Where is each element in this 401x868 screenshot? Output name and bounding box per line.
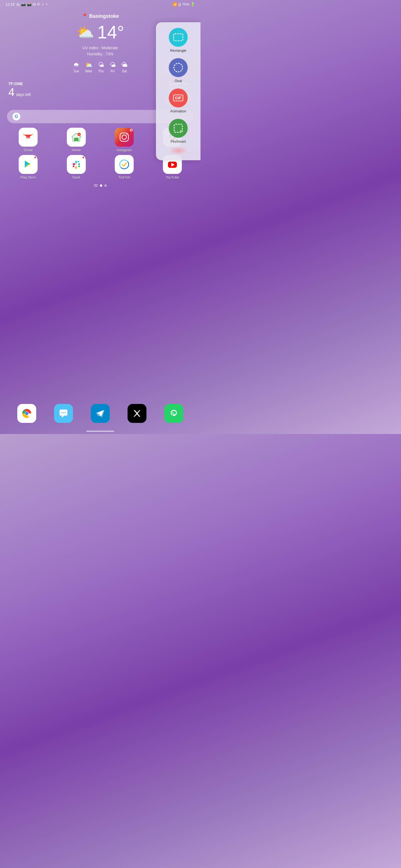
page-indicators — [0, 184, 200, 187]
svg-point-8 — [122, 135, 126, 140]
app-gmail[interactable]: M Gmail — [6, 128, 51, 152]
gmail-icon: M — [33, 2, 36, 6]
status-left: 12:16 ⁂ 📷 📸 M ✆ ✓ • — [6, 2, 47, 6]
animation-circle: GIF — [169, 89, 188, 107]
slack-label: Slack — [72, 176, 80, 180]
gmail-icon: M — [19, 128, 37, 147]
page-dot-inactive — [105, 184, 107, 187]
app-ticktick[interactable]: TickTick — [102, 155, 147, 180]
forecast-thu-icon: 🌤 — [98, 61, 104, 68]
pink-glow-decoration — [169, 146, 188, 155]
svg-point-9 — [126, 134, 127, 135]
svg-point-39 — [63, 412, 64, 413]
rectangle-circle — [169, 28, 188, 47]
wifi-icon: 📶 — [173, 2, 177, 6]
rectangle-shape-icon — [173, 33, 183, 41]
svg-rect-23 — [78, 161, 79, 162]
forecast-wed: ⛅ Wed — [85, 61, 92, 73]
location-pin-icon: 📍 — [82, 13, 88, 19]
forecast-tue-label: Tue — [73, 69, 79, 73]
forecast-fri: 🌤 Fri — [110, 61, 116, 73]
battery-display: 70% — [182, 2, 189, 6]
instagram-notification — [130, 129, 133, 132]
battery-icon: 🔋 — [191, 2, 195, 6]
forecast-wed-icon: ⛅ — [85, 61, 92, 68]
weather-location[interactable]: 📍 Basingstoke — [0, 13, 200, 19]
tf-days-count: 4 — [8, 86, 15, 98]
signal-icon: ||| — [178, 2, 181, 6]
panel-pin[interactable]: Pin/Insert — [169, 119, 188, 144]
dot-icon: • — [46, 2, 47, 6]
svg-rect-25 — [73, 165, 74, 167]
svg-text:+: + — [78, 133, 80, 136]
svg-rect-19 — [75, 161, 77, 163]
svg-rect-22 — [75, 166, 77, 169]
whatsapp-icon: ✆ — [37, 2, 40, 6]
slack-icon — [67, 155, 86, 174]
animation-label: Animation — [170, 109, 186, 113]
rectangle-label: Rectangle — [170, 49, 187, 53]
oval-label: Oval — [175, 79, 182, 83]
check-icon: ✓ — [41, 2, 45, 6]
playstore-notification — [34, 156, 36, 159]
panel-rectangle[interactable]: Rectangle — [169, 28, 188, 53]
instagram-icon: 📷 — [21, 2, 26, 6]
svg-text:M: M — [26, 134, 30, 140]
youtube-label: YouTube — [166, 176, 179, 180]
time-display: 12:16 — [6, 2, 15, 6]
ticktick-icon — [115, 155, 134, 174]
pin-shape-icon — [174, 124, 183, 133]
forecast-sat: 🌥 Sat — [121, 61, 127, 73]
hashtag-icon: ⁂ — [16, 2, 20, 6]
svg-rect-24 — [78, 165, 80, 167]
slack-notification — [82, 156, 85, 159]
forecast-sat-icon: 🌥 — [121, 61, 127, 68]
home-icon: + — [67, 128, 86, 147]
status-right: 📶 ||| 70% 🔋 — [173, 2, 195, 6]
gif-icon: GIF — [173, 95, 183, 101]
side-panel: Rectangle Oval GIF Animation Pin/Insert — [156, 22, 200, 160]
location-name: Basingstoke — [89, 13, 119, 19]
forecast-thu: 🌤 Thu — [98, 61, 104, 73]
dock-chat[interactable] — [54, 404, 73, 423]
forecast-tue-icon: 🌧 — [73, 61, 79, 68]
dock — [6, 401, 195, 426]
app-instagram[interactable]: Instagram — [102, 128, 147, 152]
dock-x[interactable] — [127, 404, 146, 423]
app-playstore[interactable]: Play Store — [6, 155, 51, 180]
google-logo: G — [12, 113, 20, 121]
svg-rect-18 — [75, 163, 77, 165]
panel-animation[interactable]: GIF Animation — [169, 89, 188, 113]
tf-widget[interactable]: TF:ONE 4 days left — [8, 82, 31, 98]
svg-rect-27 — [119, 159, 130, 170]
playstore-icon — [19, 155, 37, 174]
status-bar: 12:16 ⁂ 📷 📸 M ✆ ✓ • 📶 ||| 70% 🔋 — [0, 0, 200, 7]
forecast-fri-icon: 🌤 — [110, 61, 116, 68]
page-dot-active — [100, 184, 102, 187]
tf-days-label: days left — [16, 92, 31, 97]
instagram2-icon: 📸 — [27, 2, 31, 6]
panel-oval[interactable]: Oval — [169, 58, 188, 83]
dock-chrome[interactable] — [17, 404, 36, 423]
app-home[interactable]: + Home — [54, 128, 99, 152]
svg-rect-20 — [78, 163, 80, 165]
dock-telegram[interactable] — [91, 404, 110, 423]
ticktick-label: TickTick — [118, 176, 130, 180]
svg-point-40 — [65, 412, 66, 413]
forecast-wed-label: Wed — [85, 69, 92, 73]
svg-point-36 — [25, 412, 28, 415]
gmail-label: Gmail — [24, 148, 33, 152]
dock-whatsapp[interactable] — [164, 404, 183, 423]
app-slack[interactable]: Slack — [54, 155, 99, 180]
oval-circle — [169, 58, 188, 77]
playstore-label: Play Store — [21, 176, 36, 180]
forecast-sat-label: Sat — [122, 69, 127, 73]
tf-title: TF:ONE — [8, 82, 31, 86]
svg-rect-21 — [73, 163, 75, 165]
weather-cloud-icon: ⛅ — [76, 24, 94, 41]
pin-circle — [169, 119, 188, 138]
page-menu-icon — [94, 184, 98, 186]
svg-rect-7 — [120, 133, 128, 141]
weather-temperature: 14° — [97, 22, 124, 42]
forecast-tue: 🌧 Tue — [73, 61, 79, 73]
